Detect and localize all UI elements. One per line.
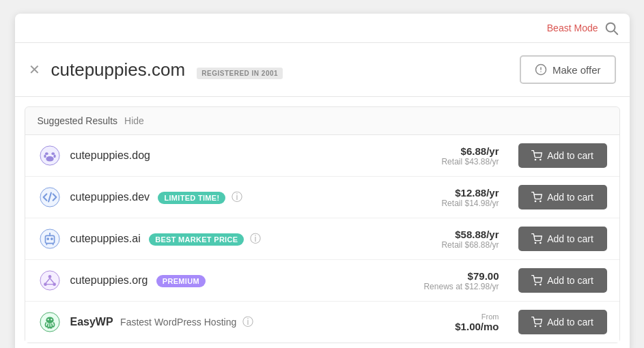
svg-point-37 — [47, 319, 48, 320]
svg-point-15 — [540, 201, 541, 201]
svg-point-5 — [40, 146, 59, 165]
svg-point-34 — [540, 284, 541, 285]
cart-icon — [531, 275, 542, 286]
cart-icon — [531, 150, 542, 161]
info-icon-dev[interactable]: ⓘ — [232, 191, 242, 203]
main-domain-name: cutepuppies.com REGISTERED IN 2001 — [51, 59, 509, 81]
pricing-dog: $6.88/yr Retail $43.88/yr — [441, 145, 499, 166]
make-offer-button[interactable]: Make offer — [520, 55, 616, 84]
network-icon — [40, 270, 60, 291]
octopus-icon — [40, 312, 60, 332]
svg-line-1 — [614, 31, 617, 34]
svg-point-14 — [535, 201, 535, 201]
tag-icon — [535, 63, 547, 76]
svg-point-39 — [535, 325, 535, 326]
svg-point-29 — [53, 282, 56, 286]
pricing-org: $79.00 Renews at $12.98/yr — [423, 270, 499, 291]
info-icon-ai[interactable]: ⓘ — [250, 233, 261, 244]
price-main-dev: $12.88/yr — [441, 187, 499, 199]
domain-icon-org — [38, 268, 62, 293]
search-bar: cutepuppies.com Beast Mode — [15, 14, 630, 43]
svg-point-27 — [48, 275, 51, 278]
info-icon-easywp[interactable]: ⓘ — [242, 316, 253, 328]
svg-point-18 — [46, 237, 49, 240]
domain-icon-easywp — [38, 310, 62, 334]
pricing-ai: $58.88/yr Retail $68.88/yr — [441, 229, 499, 250]
price-retail-dog: Retail $43.88/yr — [441, 157, 499, 166]
svg-point-16 — [40, 229, 59, 248]
result-row-easywp: EasyWP Fastest WordPress Hosting ⓘ From … — [25, 302, 619, 343]
search-button[interactable] — [604, 20, 619, 35]
search-icon — [604, 20, 619, 35]
add-to-cart-ai[interactable]: Add to cart — [518, 227, 607, 251]
add-to-cart-easywp[interactable]: Add to cart — [518, 310, 607, 334]
cart-icon — [531, 317, 542, 328]
robot-icon — [40, 229, 60, 249]
code-icon — [40, 187, 60, 207]
domain-icon-ai — [38, 227, 62, 251]
svg-point-33 — [535, 284, 535, 285]
result-row-org: cutepuppies.org PREMIUM $79.00 Renews at… — [25, 260, 619, 302]
domain-name-org: cutepuppies.org PREMIUM — [70, 274, 416, 287]
svg-point-28 — [44, 282, 47, 286]
suggested-section: Suggested Results Hide cutepuppies.dog $… — [25, 106, 620, 343]
result-row-dev: cutepuppies.dev LIMITED TIME! ⓘ $12.88/y… — [25, 177, 619, 218]
result-row-dog: cutepuppies.dog $6.88/yr Retail $43.88/y… — [25, 135, 619, 177]
result-row-ai: cutepuppies.ai BEST MARKET PRICE ⓘ $58.8… — [25, 218, 619, 260]
registered-badge: REGISTERED IN 2001 — [197, 68, 283, 79]
beast-mode-link[interactable]: Beast Mode — [547, 23, 598, 33]
svg-point-9 — [53, 155, 55, 158]
svg-point-19 — [50, 237, 53, 240]
domain-name-dog: cutepuppies.dog — [70, 149, 434, 162]
cart-icon — [531, 233, 542, 244]
domain-icon-dog — [38, 143, 62, 168]
domain-name-dev: cutepuppies.dev LIMITED TIME! ⓘ — [70, 190, 434, 205]
suggested-header: Suggested Results Hide — [25, 107, 619, 135]
price-from-easywp: From — [455, 313, 499, 321]
pricing-easywp: From $1.00/mo — [455, 313, 499, 332]
svg-point-7 — [51, 152, 55, 155]
svg-point-6 — [44, 152, 48, 155]
domain-icon-dev — [38, 185, 62, 209]
price-main-dog: $6.88/yr — [441, 145, 499, 157]
price-retail-ai: Retail $68.88/yr — [441, 240, 499, 250]
svg-point-25 — [540, 242, 541, 243]
premium-badge: PREMIUM — [156, 275, 206, 287]
suggested-title: Suggested Results — [38, 115, 118, 126]
domain-name-ai: cutepuppies.ai BEST MARKET PRICE ⓘ — [70, 232, 434, 246]
price-retail-dev: Retail $14.98/yr — [441, 199, 499, 208]
svg-point-10 — [535, 159, 535, 160]
pricing-dev: $12.88/yr Retail $14.98/yr — [441, 187, 499, 208]
main-container: cutepuppies.com Beast Mode ✕ cutepuppies… — [15, 14, 630, 348]
search-input[interactable]: cutepuppies.com — [26, 22, 542, 34]
price-main-easywp: $1.00/mo — [455, 321, 499, 332]
svg-point-11 — [540, 159, 541, 160]
add-to-cart-org[interactable]: Add to cart — [518, 268, 607, 293]
svg-point-8 — [44, 155, 46, 158]
close-icon[interactable]: ✕ — [29, 61, 40, 78]
best-market-badge: BEST MARKET PRICE — [149, 233, 244, 246]
svg-point-36 — [46, 317, 53, 323]
svg-point-21 — [48, 233, 50, 234]
main-result-row: ✕ cutepuppies.com REGISTERED IN 2001 Mak… — [15, 43, 630, 97]
price-main-org: $79.00 — [423, 270, 499, 282]
svg-point-40 — [540, 325, 541, 326]
price-main-ai: $58.88/yr — [441, 229, 499, 240]
svg-point-38 — [51, 319, 52, 320]
hide-link[interactable]: Hide — [124, 115, 144, 126]
svg-point-24 — [535, 242, 535, 243]
paw-icon — [40, 145, 60, 166]
svg-point-26 — [40, 271, 59, 290]
domain-name-easywp: EasyWP Fastest WordPress Hosting ⓘ — [70, 315, 447, 330]
limited-time-badge: LIMITED TIME! — [158, 192, 225, 204]
add-to-cart-dog[interactable]: Add to cart — [518, 143, 607, 168]
cart-icon — [531, 192, 542, 203]
add-to-cart-dev[interactable]: Add to cart — [518, 185, 607, 209]
price-retail-org: Renews at $12.98/yr — [423, 282, 499, 291]
